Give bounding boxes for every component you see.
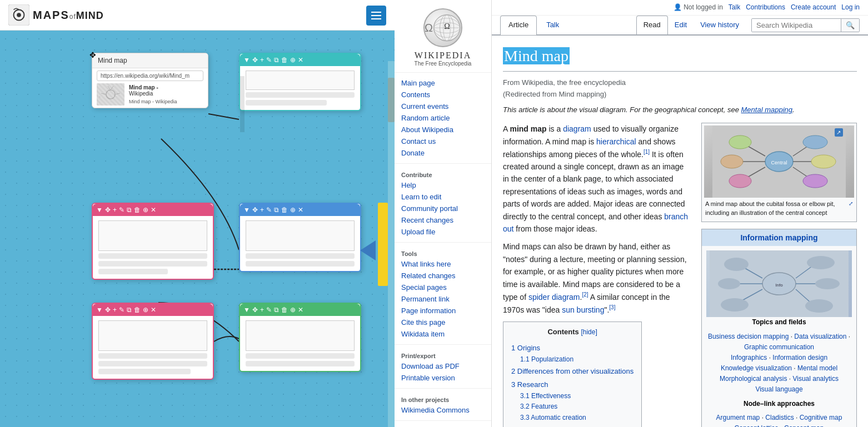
toc-item-popularization[interactable]: 1.1 Popularization <box>520 354 633 365</box>
search-input[interactable] <box>752 19 841 32</box>
action-edit[interactable]: Edit <box>668 16 694 34</box>
delete-icon[interactable]: 🗑 <box>281 56 288 64</box>
edit-icon[interactable]: ✎ <box>266 206 272 214</box>
move-icon[interactable]: ✥ <box>105 206 111 214</box>
concept-map-link[interactable]: Concept map <box>784 424 824 427</box>
nav-donate[interactable]: Donate <box>395 147 491 159</box>
talk-link[interactable]: Talk <box>729 2 740 13</box>
mental-mapping-link[interactable]: Mental mapping <box>741 106 793 114</box>
action-view-history[interactable]: View history <box>694 16 746 34</box>
nav-contents[interactable]: Contents <box>395 89 491 101</box>
expand-icon[interactable]: ▼ <box>243 56 250 64</box>
nav-help[interactable]: Help <box>395 179 491 191</box>
delete-icon[interactable]: 🗑 <box>281 306 288 314</box>
zoom-icon[interactable]: ⊕ <box>290 206 296 214</box>
delete-icon[interactable]: 🗑 <box>134 206 141 214</box>
add-icon[interactable]: + <box>113 206 117 214</box>
data-viz-link[interactable]: Data visualization <box>794 333 846 340</box>
mental-model-link[interactable]: Mental model <box>797 364 837 372</box>
nav-cite-page[interactable]: Cite this page <box>395 317 491 328</box>
add-icon[interactable]: + <box>113 306 117 314</box>
delete-icon[interactable]: 🗑 <box>281 206 288 214</box>
infographics-link[interactable]: Infographics <box>731 354 767 361</box>
expand-icon[interactable]: ▼ <box>243 306 250 314</box>
canvas-area[interactable]: Mind map https://en.wikipedia.org/wiki/M… <box>0 31 395 427</box>
nav-random-article[interactable]: Random article <box>395 112 491 124</box>
add-icon[interactable]: + <box>260 306 264 314</box>
add-icon[interactable]: + <box>260 206 264 214</box>
nav-contact-us[interactable]: Contact us <box>395 135 491 147</box>
nav-wikimedia[interactable]: Wikimedia Commons <box>395 404 491 416</box>
visual-language-link[interactable]: Visual language <box>755 385 802 393</box>
add-icon[interactable]: + <box>260 56 264 64</box>
branch-out-link[interactable]: branch out <box>503 212 688 233</box>
contributions-link[interactable]: Contributions <box>746 2 785 13</box>
nav-current-events[interactable]: Current events <box>395 101 491 112</box>
business-decision-link[interactable]: Business decision mapping <box>708 333 789 340</box>
move-icon[interactable]: ✥ <box>252 206 258 214</box>
nav-learn-edit[interactable]: Learn to edit <box>395 191 491 203</box>
knowledge-viz-link[interactable]: Knowledge visualization <box>721 364 792 372</box>
toc-item-tools[interactable]: 4 Tools <box>511 423 633 427</box>
copy-icon[interactable]: ⧉ <box>274 206 279 214</box>
scrollbar[interactable] <box>388 61 395 427</box>
cladistics-link[interactable]: Cladistics <box>765 414 794 421</box>
move-icon[interactable]: ✥ <box>252 306 258 314</box>
close-icon[interactable]: ✕ <box>151 206 156 214</box>
toc-item-features[interactable]: 3.2 Features <box>520 401 633 412</box>
edit-icon[interactable]: ✎ <box>119 206 124 214</box>
nav-recent-changes[interactable]: Recent changes <box>395 214 491 226</box>
nav-community-portal[interactable]: Community portal <box>395 203 491 214</box>
sun-bursting-link[interactable]: sun bursting <box>562 305 604 314</box>
expand-icon[interactable]: ⤢ <box>849 200 853 208</box>
delete-icon[interactable]: 🗑 <box>134 306 141 314</box>
close-icon[interactable]: ✕ <box>298 56 303 64</box>
close-icon[interactable]: ✕ <box>151 306 156 314</box>
nav-main-page[interactable]: Main page <box>395 77 491 89</box>
copy-icon[interactable]: ⧉ <box>274 306 279 314</box>
edit-icon[interactable]: ✎ <box>119 306 124 314</box>
cognitive-map-link[interactable]: Cognitive map <box>800 414 842 421</box>
diagram-link[interactable]: diagram <box>563 124 591 133</box>
hamburger-button[interactable] <box>366 6 386 26</box>
expand-icon[interactable]: ▼ <box>96 306 103 314</box>
move-icon[interactable]: ✥ <box>252 56 258 64</box>
info-design-link[interactable]: Information design <box>772 354 827 361</box>
nav-what-links[interactable]: What links here <box>395 258 491 270</box>
scroll-thumb[interactable] <box>388 78 395 122</box>
tab-article[interactable]: Article <box>500 16 537 35</box>
toc-item-origins[interactable]: 1 Origins <box>511 341 633 354</box>
create-account-link[interactable]: Create account <box>791 2 836 13</box>
zoom-icon[interactable]: ⊕ <box>143 306 148 314</box>
expand-icon[interactable]: ▼ <box>243 206 250 214</box>
teal-card[interactable]: ▼ ✥ + ✎ ⧉ 🗑 ⊕ ✕ <box>239 53 361 111</box>
nav-printable[interactable]: Printable version <box>395 372 491 384</box>
zoom-icon[interactable]: ⊕ <box>290 56 296 64</box>
nav-special-pages[interactable]: Special pages <box>395 282 491 293</box>
argument-map-link[interactable]: Argument map <box>716 414 760 421</box>
nav-permanent-link[interactable]: Permanent link <box>395 293 491 305</box>
spider-diagram-link[interactable]: spider diagram <box>528 293 580 302</box>
graphic-comm-link[interactable]: Graphic communication <box>744 343 814 351</box>
toc-item-differences[interactable]: 2 Differences from other visualizations <box>511 365 633 378</box>
blue-card[interactable]: ▼ ✥ + ✎ ⧉ 🗑 ⊕ ✕ <box>239 203 361 272</box>
close-icon[interactable]: ✕ <box>298 306 303 314</box>
login-link[interactable]: Log in <box>841 2 860 13</box>
search-button[interactable]: 🔍 <box>841 19 859 32</box>
copy-icon[interactable]: ⧉ <box>127 306 132 314</box>
toc-hide[interactable]: [hide] <box>581 328 597 336</box>
tab-talk[interactable]: Talk <box>538 16 567 34</box>
edit-icon[interactable]: ✎ <box>266 306 272 314</box>
concept-lattice-link[interactable]: Concept lattice <box>735 424 779 427</box>
toc-item-automatic[interactable]: 3.3 Automatic creation <box>520 413 633 423</box>
nav-related-changes[interactable]: Related changes <box>395 270 491 282</box>
zoom-icon[interactable]: ⊕ <box>143 206 148 214</box>
nav-wikidata[interactable]: Wikidata item <box>395 328 491 340</box>
nav-download-pdf[interactable]: Download as PDF <box>395 360 491 372</box>
nav-page-info[interactable]: Page information <box>395 305 491 317</box>
morphological-link[interactable]: Morphological analysis <box>720 375 787 383</box>
expand-icon[interactable]: ▼ <box>96 206 103 214</box>
copy-icon[interactable]: ⧉ <box>274 56 279 64</box>
pink-card[interactable]: ▼ ✥ + ✎ ⧉ 🗑 ⊕ ✕ <box>92 203 214 280</box>
nav-upload-file[interactable]: Upload file <box>395 226 491 238</box>
